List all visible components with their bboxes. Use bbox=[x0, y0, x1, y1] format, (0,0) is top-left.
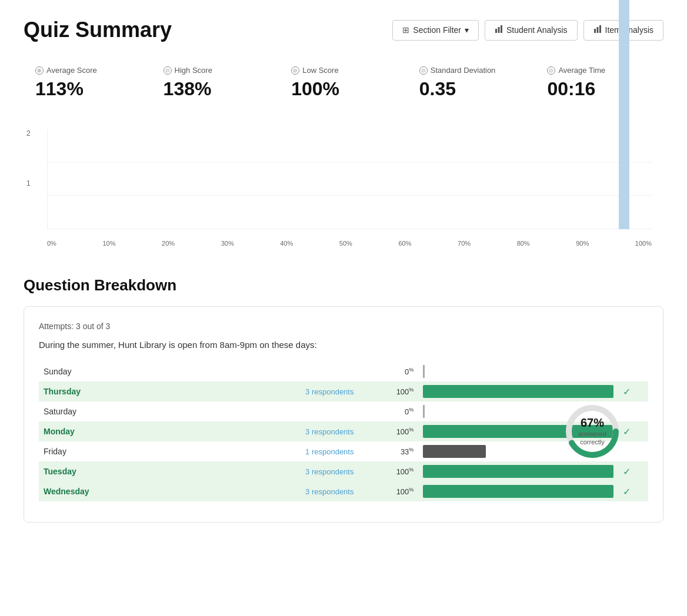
chart-area: 2 1 0% 10% 20% 30% bbox=[47, 129, 652, 247]
section-filter-button[interactable]: ⊞ Section Filter ▾ bbox=[392, 20, 479, 41]
std-dev-info-icon: ⊙ bbox=[419, 66, 428, 75]
bar-fill-6 bbox=[423, 485, 613, 498]
answer-respondents-1: 3 respondents bbox=[239, 381, 359, 401]
answer-bar-6 bbox=[418, 481, 618, 501]
answer-table: Sunday0%Thursday3 respondents100%✓Saturd… bbox=[39, 361, 648, 501]
stat-average-score: ⊕ Average Score 113% bbox=[24, 60, 152, 106]
answer-bar-0 bbox=[418, 361, 618, 381]
answer-pct-6: 100% bbox=[358, 481, 418, 501]
donut-label: answeredcorrectly bbox=[578, 430, 606, 447]
standard-deviation-label: Standard Deviation bbox=[431, 66, 496, 75]
answer-row-4: Friday1 respondents33% bbox=[39, 441, 648, 461]
answer-label-1: Thursday bbox=[39, 381, 239, 401]
high-score-label: High Score bbox=[175, 66, 212, 75]
page-title: Quiz Summary bbox=[24, 18, 172, 42]
bar-fill-4 bbox=[423, 445, 486, 458]
svg-rect-1 bbox=[498, 27, 500, 33]
chart-bar-10 bbox=[619, 0, 629, 229]
chart-bar-slot-4 bbox=[267, 129, 322, 229]
bar-track-5 bbox=[423, 465, 613, 478]
x-label-100pct: 100% bbox=[635, 240, 652, 247]
svg-rect-5 bbox=[599, 25, 601, 33]
y-label-1: 1 bbox=[26, 179, 31, 188]
answer-label-4: Friday bbox=[39, 441, 239, 461]
answer-row-6: Wednesday3 respondents100%✓ bbox=[39, 481, 648, 501]
answer-label-3: Monday bbox=[39, 421, 239, 441]
student-analysis-icon bbox=[495, 25, 503, 35]
svg-rect-0 bbox=[495, 29, 497, 33]
question-card: Attempts: 3 out of 3 During the summer, … bbox=[24, 306, 663, 523]
answer-respondents-6: 3 respondents bbox=[239, 481, 359, 501]
question-breakdown-title: Question Breakdown bbox=[24, 276, 663, 294]
average-time-value: 00:16 bbox=[547, 78, 652, 100]
donut-wrapper: 67% answeredcorrectly bbox=[560, 399, 625, 464]
low-score-label: Low Score bbox=[302, 66, 338, 75]
answer-label-5: Tuesday bbox=[39, 461, 239, 481]
student-analysis-button[interactable]: Student Analysis bbox=[485, 20, 578, 41]
y-label-2: 2 bbox=[26, 129, 31, 138]
answer-pct-2: 0% bbox=[358, 401, 418, 421]
answer-row-0: Sunday0% bbox=[39, 361, 648, 381]
low-score-info-icon: ⊖ bbox=[291, 66, 299, 75]
donut-container: 67% answeredcorrectly bbox=[560, 399, 625, 464]
bar-track-6 bbox=[423, 485, 613, 498]
x-label-0pct: 0% bbox=[47, 240, 56, 247]
chart-bar-slot-0 bbox=[47, 129, 102, 229]
standard-deviation-value: 0.35 bbox=[419, 78, 524, 100]
answer-row-1: Thursday3 respondents100%✓ bbox=[39, 381, 648, 401]
average-score-label: Average Score bbox=[46, 66, 97, 75]
svg-rect-3 bbox=[594, 29, 596, 33]
answer-respondents-2 bbox=[239, 401, 359, 421]
chart-bar-slot-1 bbox=[102, 129, 156, 229]
x-label-20pct: 20% bbox=[162, 240, 175, 247]
bar-track-1 bbox=[423, 385, 613, 398]
donut-text: 67% answeredcorrectly bbox=[578, 416, 606, 447]
answer-check-6: ✓ bbox=[618, 481, 648, 501]
x-label-40pct: 40% bbox=[280, 240, 293, 247]
stats-row: ⊕ Average Score 113% ⊙ High Score 138% ⊖… bbox=[24, 60, 663, 106]
donut-pct: 67% bbox=[578, 416, 606, 430]
chart-bar-slot-7 bbox=[432, 129, 486, 229]
svg-rect-2 bbox=[501, 25, 502, 33]
x-label-60pct: 60% bbox=[398, 240, 411, 247]
answer-pct-0: 0% bbox=[358, 361, 418, 381]
answer-respondents-3: 3 respondents bbox=[239, 421, 359, 441]
page-header: Quiz Summary ⊞ Section Filter ▾ Student … bbox=[24, 18, 663, 42]
avg-time-info-icon: ⊙ bbox=[547, 66, 555, 75]
answer-pct-4: 33% bbox=[358, 441, 418, 461]
chart-bar-slot-3 bbox=[212, 129, 266, 229]
stat-standard-deviation: ⊙ Standard Deviation 0.35 bbox=[408, 60, 536, 106]
answer-respondents-4: 1 respondents bbox=[239, 441, 359, 461]
chart-bar-slot-6 bbox=[377, 129, 432, 229]
dropdown-arrow: ▾ bbox=[465, 25, 469, 35]
chart-bar-slot-5 bbox=[322, 129, 376, 229]
x-label-80pct: 80% bbox=[517, 240, 530, 247]
x-label-30pct: 30% bbox=[221, 240, 234, 247]
bar-track-0 bbox=[423, 365, 613, 378]
answer-label-6: Wednesday bbox=[39, 481, 239, 501]
answer-bar-1 bbox=[418, 381, 618, 401]
chart-bar-slot-2 bbox=[157, 129, 212, 229]
answer-respondents-5: 3 respondents bbox=[239, 461, 359, 481]
answer-pct-1: 100% bbox=[358, 381, 418, 401]
chart-x-axis: 0% 10% 20% 30% 40% 50% 60% 70% 80% 90% 1… bbox=[47, 240, 652, 247]
stat-high-score: ⊙ High Score 138% bbox=[152, 60, 280, 106]
answer-row-2: Saturday0% bbox=[39, 401, 648, 421]
item-analysis-icon bbox=[593, 25, 602, 35]
chart-bar-slot-10 bbox=[597, 129, 652, 229]
page-container: Quiz Summary ⊞ Section Filter ▾ Student … bbox=[0, 0, 687, 552]
chart-y-axis: 2 1 bbox=[26, 129, 31, 229]
chart-bar-slot-8 bbox=[487, 129, 542, 229]
answer-label-2: Saturday bbox=[39, 401, 239, 421]
x-label-50pct: 50% bbox=[339, 240, 352, 247]
chart-bar-slot-9 bbox=[542, 129, 596, 229]
bar-fill-1 bbox=[423, 385, 613, 398]
stat-average-time: ⊙ Average Time 00:16 bbox=[535, 60, 663, 106]
average-time-label: Average Time bbox=[558, 66, 605, 75]
answer-bar-5 bbox=[418, 461, 618, 481]
attempts-label: Attempts: 3 out of 3 bbox=[39, 322, 648, 331]
high-score-value: 138% bbox=[164, 78, 268, 100]
chart-plot-area bbox=[47, 129, 652, 229]
svg-rect-4 bbox=[596, 27, 598, 33]
answer-check-5: ✓ bbox=[618, 461, 648, 481]
